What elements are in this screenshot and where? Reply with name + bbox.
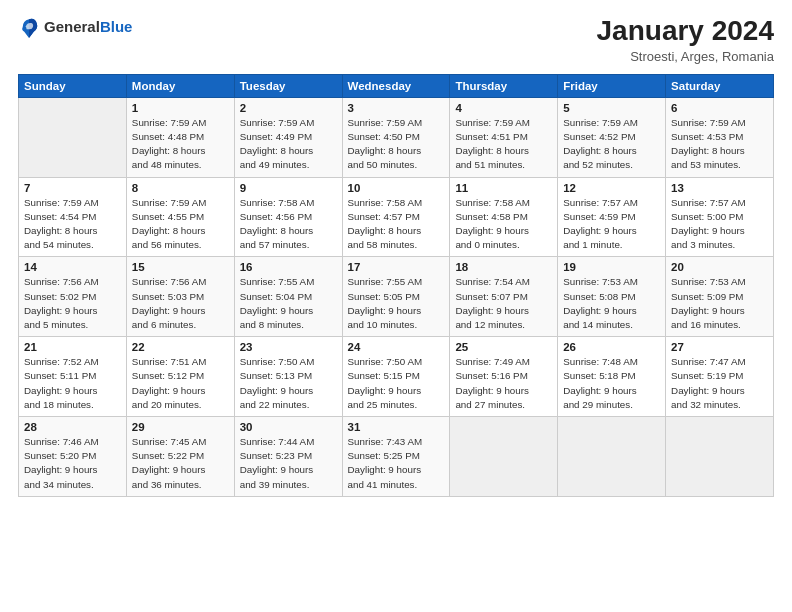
day-number: 30 [240, 421, 337, 433]
day-info: Sunrise: 7:46 AM Sunset: 5:20 PM Dayligh… [24, 435, 121, 492]
calendar-cell: 10Sunrise: 7:58 AM Sunset: 4:57 PM Dayli… [342, 177, 450, 257]
calendar-cell [450, 417, 558, 497]
calendar-cell: 6Sunrise: 7:59 AM Sunset: 4:53 PM Daylig… [666, 97, 774, 177]
day-info: Sunrise: 7:59 AM Sunset: 4:48 PM Dayligh… [132, 116, 229, 173]
day-info: Sunrise: 7:53 AM Sunset: 5:08 PM Dayligh… [563, 275, 660, 332]
calendar-header: SundayMondayTuesdayWednesdayThursdayFrid… [19, 74, 774, 97]
day-info: Sunrise: 7:50 AM Sunset: 5:13 PM Dayligh… [240, 355, 337, 412]
calendar-cell: 24Sunrise: 7:50 AM Sunset: 5:15 PM Dayli… [342, 337, 450, 417]
day-number: 20 [671, 261, 768, 273]
day-info: Sunrise: 7:59 AM Sunset: 4:49 PM Dayligh… [240, 116, 337, 173]
day-number: 4 [455, 102, 552, 114]
logo: General Blue [18, 16, 132, 38]
calendar-cell: 15Sunrise: 7:56 AM Sunset: 5:03 PM Dayli… [126, 257, 234, 337]
calendar-cell: 12Sunrise: 7:57 AM Sunset: 4:59 PM Dayli… [558, 177, 666, 257]
calendar-cell: 2Sunrise: 7:59 AM Sunset: 4:49 PM Daylig… [234, 97, 342, 177]
page-title: January 2024 [597, 16, 774, 47]
day-info: Sunrise: 7:59 AM Sunset: 4:54 PM Dayligh… [24, 196, 121, 253]
day-number: 18 [455, 261, 552, 273]
day-number: 28 [24, 421, 121, 433]
day-number: 12 [563, 182, 660, 194]
calendar-cell: 7Sunrise: 7:59 AM Sunset: 4:54 PM Daylig… [19, 177, 127, 257]
day-info: Sunrise: 7:48 AM Sunset: 5:18 PM Dayligh… [563, 355, 660, 412]
calendar-cell: 19Sunrise: 7:53 AM Sunset: 5:08 PM Dayli… [558, 257, 666, 337]
day-number: 27 [671, 341, 768, 353]
week-row-5: 28Sunrise: 7:46 AM Sunset: 5:20 PM Dayli… [19, 417, 774, 497]
day-info: Sunrise: 7:57 AM Sunset: 5:00 PM Dayligh… [671, 196, 768, 253]
day-number: 24 [348, 341, 445, 353]
day-number: 14 [24, 261, 121, 273]
day-info: Sunrise: 7:59 AM Sunset: 4:55 PM Dayligh… [132, 196, 229, 253]
day-number: 1 [132, 102, 229, 114]
day-number: 13 [671, 182, 768, 194]
calendar-body: 1Sunrise: 7:59 AM Sunset: 4:48 PM Daylig… [19, 97, 774, 496]
calendar-cell: 23Sunrise: 7:50 AM Sunset: 5:13 PM Dayli… [234, 337, 342, 417]
day-number: 5 [563, 102, 660, 114]
day-number: 17 [348, 261, 445, 273]
calendar-cell: 20Sunrise: 7:53 AM Sunset: 5:09 PM Dayli… [666, 257, 774, 337]
calendar-cell: 5Sunrise: 7:59 AM Sunset: 4:52 PM Daylig… [558, 97, 666, 177]
logo-general: General [44, 19, 100, 36]
day-number: 11 [455, 182, 552, 194]
calendar-cell: 31Sunrise: 7:43 AM Sunset: 5:25 PM Dayli… [342, 417, 450, 497]
day-number: 8 [132, 182, 229, 194]
day-number: 21 [24, 341, 121, 353]
calendar-cell: 22Sunrise: 7:51 AM Sunset: 5:12 PM Dayli… [126, 337, 234, 417]
weekday-header-thursday: Thursday [450, 74, 558, 97]
weekday-header-tuesday: Tuesday [234, 74, 342, 97]
day-number: 9 [240, 182, 337, 194]
day-number: 19 [563, 261, 660, 273]
day-number: 3 [348, 102, 445, 114]
logo-blue: Blue [100, 19, 133, 36]
week-row-3: 14Sunrise: 7:56 AM Sunset: 5:02 PM Dayli… [19, 257, 774, 337]
day-info: Sunrise: 7:59 AM Sunset: 4:52 PM Dayligh… [563, 116, 660, 173]
day-number: 2 [240, 102, 337, 114]
calendar-cell: 26Sunrise: 7:48 AM Sunset: 5:18 PM Dayli… [558, 337, 666, 417]
day-number: 7 [24, 182, 121, 194]
day-number: 23 [240, 341, 337, 353]
calendar-cell: 28Sunrise: 7:46 AM Sunset: 5:20 PM Dayli… [19, 417, 127, 497]
day-number: 31 [348, 421, 445, 433]
calendar-cell [666, 417, 774, 497]
day-number: 25 [455, 341, 552, 353]
day-number: 16 [240, 261, 337, 273]
calendar-page: General Blue January 2024 Stroesti, Arge… [0, 0, 792, 612]
day-info: Sunrise: 7:47 AM Sunset: 5:19 PM Dayligh… [671, 355, 768, 412]
day-info: Sunrise: 7:44 AM Sunset: 5:23 PM Dayligh… [240, 435, 337, 492]
calendar-cell [558, 417, 666, 497]
day-info: Sunrise: 7:57 AM Sunset: 4:59 PM Dayligh… [563, 196, 660, 253]
calendar-cell: 17Sunrise: 7:55 AM Sunset: 5:05 PM Dayli… [342, 257, 450, 337]
header: General Blue January 2024 Stroesti, Arge… [18, 16, 774, 64]
day-info: Sunrise: 7:54 AM Sunset: 5:07 PM Dayligh… [455, 275, 552, 332]
weekday-header-monday: Monday [126, 74, 234, 97]
calendar-cell: 25Sunrise: 7:49 AM Sunset: 5:16 PM Dayli… [450, 337, 558, 417]
calendar-cell: 16Sunrise: 7:55 AM Sunset: 5:04 PM Dayli… [234, 257, 342, 337]
calendar-cell [19, 97, 127, 177]
weekday-header-wednesday: Wednesday [342, 74, 450, 97]
page-subtitle: Stroesti, Arges, Romania [597, 49, 774, 64]
day-number: 6 [671, 102, 768, 114]
logo-text: General Blue [44, 19, 132, 36]
calendar-cell: 4Sunrise: 7:59 AM Sunset: 4:51 PM Daylig… [450, 97, 558, 177]
weekday-header-saturday: Saturday [666, 74, 774, 97]
day-info: Sunrise: 7:58 AM Sunset: 4:58 PM Dayligh… [455, 196, 552, 253]
calendar-cell: 18Sunrise: 7:54 AM Sunset: 5:07 PM Dayli… [450, 257, 558, 337]
weekday-header-row: SundayMondayTuesdayWednesdayThursdayFrid… [19, 74, 774, 97]
day-info: Sunrise: 7:59 AM Sunset: 4:51 PM Dayligh… [455, 116, 552, 173]
week-row-1: 1Sunrise: 7:59 AM Sunset: 4:48 PM Daylig… [19, 97, 774, 177]
day-info: Sunrise: 7:56 AM Sunset: 5:03 PM Dayligh… [132, 275, 229, 332]
weekday-header-sunday: Sunday [19, 74, 127, 97]
calendar-cell: 27Sunrise: 7:47 AM Sunset: 5:19 PM Dayli… [666, 337, 774, 417]
day-number: 22 [132, 341, 229, 353]
week-row-4: 21Sunrise: 7:52 AM Sunset: 5:11 PM Dayli… [19, 337, 774, 417]
title-block: January 2024 Stroesti, Arges, Romania [597, 16, 774, 64]
day-info: Sunrise: 7:49 AM Sunset: 5:16 PM Dayligh… [455, 355, 552, 412]
logo-icon [18, 16, 40, 38]
day-info: Sunrise: 7:56 AM Sunset: 5:02 PM Dayligh… [24, 275, 121, 332]
calendar-cell: 1Sunrise: 7:59 AM Sunset: 4:48 PM Daylig… [126, 97, 234, 177]
calendar-cell: 8Sunrise: 7:59 AM Sunset: 4:55 PM Daylig… [126, 177, 234, 257]
calendar-cell: 30Sunrise: 7:44 AM Sunset: 5:23 PM Dayli… [234, 417, 342, 497]
day-info: Sunrise: 7:58 AM Sunset: 4:57 PM Dayligh… [348, 196, 445, 253]
day-info: Sunrise: 7:53 AM Sunset: 5:09 PM Dayligh… [671, 275, 768, 332]
day-number: 29 [132, 421, 229, 433]
